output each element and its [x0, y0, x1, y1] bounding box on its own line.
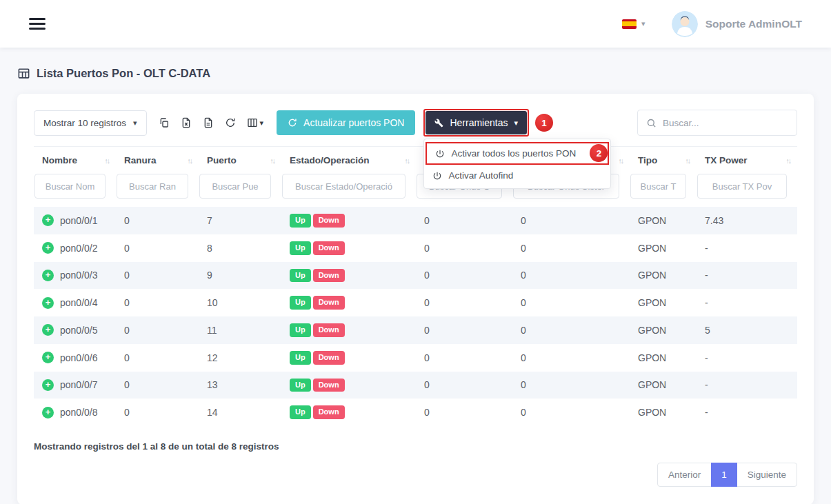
records-summary: Mostrando registros del 1 al 8 de un tot… [34, 441, 797, 452]
cell-onus-s: 0 [512, 289, 630, 316]
cell-ranura: 0 [116, 289, 199, 316]
cell-tipo: GPON [630, 234, 697, 262]
reload-button[interactable] [220, 112, 241, 134]
cell-estado-operacion: UpDown [281, 399, 416, 426]
status-down-badge: Down [313, 269, 345, 283]
cell-ranura: 0 [116, 316, 199, 344]
cell-tipo: GPON [630, 344, 697, 372]
update-pon-ports-button[interactable]: Actualizar puertos PON [277, 110, 415, 135]
status-up-badge: Up [290, 214, 311, 228]
cell-estado-operacion: UpDown [281, 207, 416, 234]
cell-ranura: 0 [116, 344, 199, 372]
excel-button[interactable] [176, 112, 197, 134]
annotation-highlight-2: Activar todos los puertos PON [425, 142, 609, 165]
plus-circle-icon[interactable]: + [42, 214, 54, 226]
table-row: + pon0/0/1 0 7 UpDown 0 0 GPON 7.43 [34, 207, 797, 234]
cell-tipo: GPON [630, 207, 697, 234]
status-up-badge: Up [290, 405, 311, 419]
cell-onus-s: 0 [512, 344, 630, 372]
cell-tx-power: - [697, 262, 797, 290]
wrench-icon [434, 119, 443, 128]
menu-item-activate-all-pon-ports[interactable]: Activar todos los puertos PON [427, 143, 608, 163]
pagination-next-button[interactable]: Siguiente [737, 463, 797, 487]
port-name: pon0/0/3 [60, 270, 98, 281]
pagination-page-1-button[interactable]: 1 [711, 463, 737, 487]
cell-tipo: GPON [630, 316, 697, 344]
cell-tx-power: 7.43 [697, 207, 797, 234]
filter-input-tx-power[interactable] [697, 174, 787, 199]
cell-puerto: 13 [199, 372, 281, 399]
status-up-badge: Up [290, 323, 311, 337]
language-dropdown[interactable]: ▾ [622, 19, 645, 29]
table-row: + pon0/0/6 0 12 UpDown 0 0 GPON - [34, 344, 797, 372]
cell-onus-c: 0 [416, 316, 512, 344]
column-header-estado-operacion[interactable]: Estado/Operación↑↓ [281, 147, 416, 173]
cell-estado-operacion: UpDown [281, 344, 416, 372]
port-name: pon0/0/7 [60, 379, 98, 390]
annotation-badge-1: 1 [535, 114, 553, 132]
filter-input-puerto[interactable] [199, 174, 271, 199]
cell-nombre: + pon0/0/3 [34, 262, 116, 290]
cell-puerto: 7 [199, 207, 281, 234]
cell-puerto: 12 [199, 344, 281, 372]
chevron-down-icon: ▾ [514, 119, 518, 127]
cell-puerto: 10 [199, 289, 281, 316]
plus-circle-icon[interactable]: + [42, 242, 54, 254]
cell-onus-s: 0 [512, 207, 630, 234]
cell-puerto: 9 [199, 262, 281, 290]
status-down-badge: Down [313, 323, 345, 337]
status-up-badge: Up [290, 269, 311, 283]
cell-estado-operacion: UpDown [281, 262, 416, 290]
plus-circle-icon[interactable]: + [42, 270, 54, 281]
cell-onus-c: 0 [416, 289, 512, 316]
power-icon [432, 171, 442, 181]
filter-input-tipo[interactable] [630, 174, 686, 199]
filter-input-estado-operacion[interactable] [282, 174, 406, 199]
status-down-badge: Down [313, 405, 345, 419]
plus-circle-icon[interactable]: + [42, 297, 54, 309]
filter-input-ranura[interactable] [117, 174, 188, 199]
status-down-badge: Down [313, 214, 345, 228]
columns-icon [247, 117, 258, 128]
user-menu[interactable]: Soporte AdminOLT [672, 11, 802, 37]
filter-input-nombre[interactable] [34, 174, 106, 199]
plus-circle-icon[interactable]: + [42, 379, 54, 391]
table-row: + pon0/0/5 0 11 UpDown 0 0 GPON 5 [34, 316, 797, 344]
pagination-previous-button[interactable]: Anterior [657, 463, 712, 487]
cell-onus-s: 0 [512, 316, 630, 344]
show-records-dropdown[interactable]: Mostrar 10 registros ▾ [34, 110, 147, 136]
column-header-tipo[interactable]: Tipo↑↓ [630, 147, 697, 173]
table-body: + pon0/0/1 0 7 UpDown 0 0 GPON 7.43 + po… [34, 207, 797, 426]
cell-onus-s: 0 [512, 234, 630, 262]
sort-icon: ↑↓ [188, 157, 194, 165]
cell-nombre: + pon0/0/6 [34, 344, 116, 372]
page-title: Lista Puertos Pon - OLT C-DATA [17, 67, 814, 80]
status-down-badge: Down [313, 351, 345, 365]
table-toolbar: Mostrar 10 registros ▾ [34, 109, 797, 137]
copy-icon [159, 117, 170, 128]
column-visibility-button[interactable]: ▾ [242, 112, 269, 134]
port-name: pon0/0/8 [60, 407, 98, 418]
column-header-puerto[interactable]: Puerto↑↓ [199, 147, 281, 173]
plus-circle-icon[interactable]: + [42, 407, 54, 419]
search-icon [646, 118, 657, 128]
plus-circle-icon[interactable]: + [42, 324, 54, 336]
menu-item-activate-autofind[interactable]: Activar Autofind [424, 165, 610, 185]
menu-icon[interactable] [28, 15, 47, 33]
cell-estado-operacion: UpDown [281, 289, 416, 316]
column-header-ranura[interactable]: Ranura↑↓ [116, 147, 199, 173]
annotation-highlight-1: Herramientas ▾ [423, 109, 529, 137]
cell-onus-c: 0 [416, 399, 512, 426]
search-input[interactable] [663, 118, 788, 128]
column-header-tx-power[interactable]: TX Power↑↓ [697, 147, 797, 173]
status-up-badge: Up [290, 379, 311, 392]
column-header-nombre[interactable]: Nombre↑↓ [34, 147, 116, 173]
csv-button[interactable] [198, 112, 219, 134]
cell-onus-c: 0 [416, 234, 512, 262]
table-row: + pon0/0/4 0 10 UpDown 0 0 GPON - [34, 289, 797, 316]
plus-circle-icon[interactable]: + [42, 352, 54, 363]
copy-button[interactable] [154, 112, 174, 134]
cell-onus-c: 0 [416, 262, 512, 290]
tools-dropdown-button[interactable]: Herramientas ▾ [425, 111, 527, 134]
table-row: + pon0/0/3 0 9 UpDown 0 0 GPON - [34, 262, 797, 290]
